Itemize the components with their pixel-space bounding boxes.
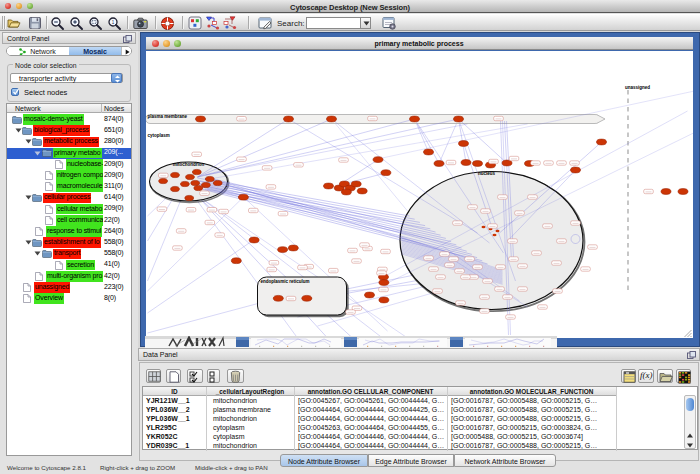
svg-text:endoplasmic reticulum: endoplasmic reticulum <box>260 279 309 284</box>
svg-text:mitochondrion: mitochondrion <box>172 162 204 167</box>
svg-text:unassigned: unassigned <box>624 85 649 90</box>
svg-text:plasma membrane: plasma membrane <box>147 114 187 119</box>
svg-text:nucleus: nucleus <box>477 171 495 176</box>
svg-text:cytoplasm: cytoplasm <box>147 133 169 138</box>
